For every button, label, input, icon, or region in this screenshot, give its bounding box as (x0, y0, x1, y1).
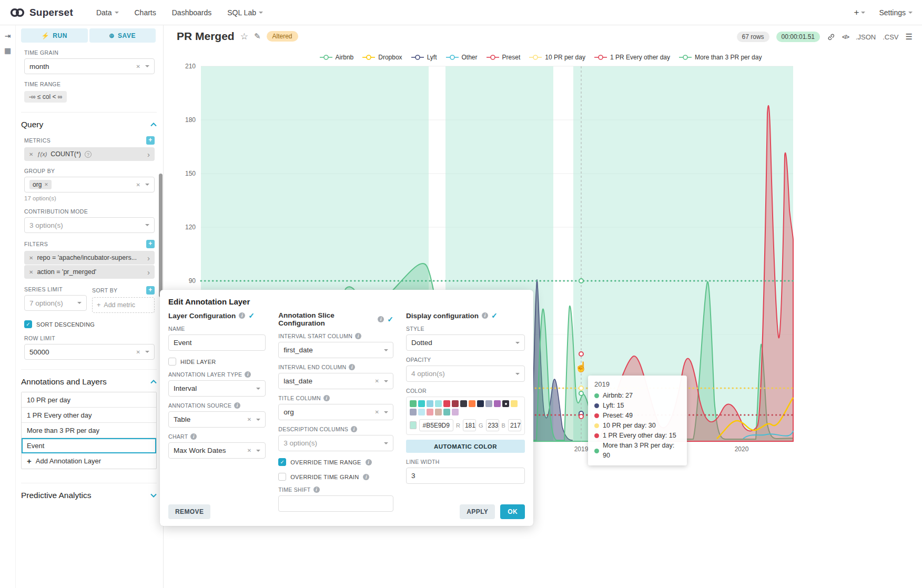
favorite-star-icon[interactable]: ☆ (240, 31, 248, 42)
info-icon[interactable]: i (234, 402, 240, 409)
color-swatch[interactable] (435, 409, 442, 415)
info-icon[interactable]: i (363, 474, 369, 480)
clear-icon[interactable]: ✕ (136, 64, 140, 69)
remove-icon[interactable]: ✕ (29, 269, 33, 275)
panel-scrollbar[interactable] (159, 174, 163, 297)
filter-pill[interactable]: ✕ action = 'pr_merged' › (24, 265, 155, 279)
metric-pill[interactable]: ✕ ƒ(x) COUNT(*) ? › (24, 147, 155, 161)
add-metric-button[interactable]: + (146, 136, 155, 145)
row-limit-select[interactable]: 50000 ✕ (24, 344, 155, 360)
predictive-section-header[interactable]: Predictive Analytics (21, 483, 157, 500)
automatic-color-button[interactable]: AUTOMATIC COLOR (406, 440, 525, 453)
group-by-select[interactable]: org ✕ ✕ (24, 177, 155, 192)
annotation-layer-type-select[interactable]: Interval (168, 380, 266, 397)
clear-icon[interactable]: ✕ (136, 182, 140, 188)
info-icon[interactable]: i (482, 312, 488, 319)
color-swatch[interactable] (460, 400, 467, 407)
dataset-grid-icon[interactable]: ▦ (0, 46, 15, 55)
series-limit-select[interactable]: 7 option(s) (24, 295, 87, 311)
ok-button[interactable]: OK (500, 504, 525, 519)
info-icon[interactable]: i (355, 333, 361, 339)
legend-item[interactable]: Preset (486, 54, 521, 61)
clear-icon[interactable]: ✕ (375, 409, 379, 415)
time-grain-select[interactable]: month ✕ (24, 58, 155, 74)
clear-icon[interactable]: ✕ (247, 417, 251, 422)
nav-item-sql-lab[interactable]: SQL Lab (227, 8, 263, 17)
legend-item[interactable]: 1 PR Every other day (594, 54, 670, 61)
edit-properties-icon[interactable]: ✎ (254, 32, 261, 41)
checkbox-unchecked-icon[interactable] (278, 473, 286, 481)
remove-icon[interactable]: ✕ (29, 255, 33, 261)
query-section-header[interactable]: Query (21, 112, 157, 129)
annotation-source-select[interactable]: Table ✕ (168, 411, 266, 428)
clear-icon[interactable]: ✕ (136, 349, 140, 355)
chart-menu-icon[interactable]: ☰ (906, 32, 913, 42)
sort-by-add-metric[interactable]: + Add metric (92, 297, 155, 313)
checkbox-checked-icon[interactable]: ✓ (24, 320, 32, 328)
info-icon[interactable]: i (366, 459, 372, 465)
color-swatch[interactable] (418, 409, 425, 415)
legend-item[interactable]: Lyft (411, 54, 437, 61)
annotations-section-header[interactable]: Annotations and Layers (21, 369, 157, 387)
line-width-input[interactable]: 3 (406, 468, 525, 484)
override-time-range-row[interactable]: ✓ OVERRIDE TIME RANGE i (278, 458, 393, 466)
apply-button[interactable]: APPLY (460, 504, 495, 519)
legend-item[interactable]: Dropbox (362, 54, 402, 61)
annotation-layer-item[interactable]: 1 PR Every other day (22, 408, 156, 423)
color-swatch[interactable] (477, 400, 484, 407)
b-input[interactable]: 217 (508, 419, 521, 431)
color-swatch[interactable] (443, 409, 450, 415)
color-swatch[interactable] (443, 400, 450, 407)
view-query-icon[interactable]: </> (842, 34, 849, 40)
color-swatch[interactable] (427, 400, 433, 407)
checkbox-checked-icon[interactable]: ✓ (278, 458, 286, 466)
color-swatch[interactable] (485, 400, 492, 407)
color-swatch[interactable] (452, 409, 459, 415)
hex-input[interactable]: #B5E9D9 (419, 419, 453, 431)
color-swatch[interactable] (410, 400, 417, 407)
title-column-select[interactable]: org ✕ (278, 404, 393, 420)
override-time-grain-row[interactable]: OVERRIDE TIME GRAIN i (278, 473, 393, 481)
color-swatch[interactable] (435, 400, 442, 407)
help-icon[interactable]: ? (85, 151, 92, 158)
export-json-button[interactable]: .JSON (856, 33, 876, 41)
info-icon[interactable]: i (239, 312, 245, 319)
color-swatch[interactable] (511, 400, 518, 407)
info-icon[interactable]: i (323, 395, 330, 401)
expand-panel-icon[interactable]: ⇥ (0, 32, 15, 40)
info-icon[interactable]: i (313, 486, 320, 493)
color-swatch[interactable] (410, 409, 417, 415)
g-input[interactable]: 233 (486, 419, 499, 431)
sort-descending-row[interactable]: ✓ SORT DESCENDING (24, 320, 155, 328)
legend-item[interactable]: Airbnb (319, 54, 354, 61)
add-sort-metric-button[interactable]: + (146, 286, 155, 295)
info-icon[interactable]: i (190, 433, 197, 440)
info-icon[interactable]: i (378, 316, 384, 322)
nav-item-charts[interactable]: Charts (135, 8, 156, 17)
chart-select[interactable]: Max Work Dates ✕ (168, 442, 266, 459)
contribution-mode-select[interactable]: 3 option(s) (24, 217, 155, 233)
nav-item-dashboards[interactable]: Dashboards (172, 8, 212, 17)
nav-item-data[interactable]: Data (96, 8, 119, 17)
checkbox-unchecked-icon[interactable] (168, 358, 176, 366)
color-swatch[interactable] (469, 400, 475, 407)
info-icon[interactable]: i (349, 364, 355, 370)
time-range-pill[interactable]: -∞ ≤ col < ∞ (24, 91, 67, 103)
add-annotation-layer-button[interactable]: + Add Annotation Layer (22, 453, 156, 469)
remove-icon[interactable]: ✕ (29, 151, 33, 157)
annotation-layer-item[interactable]: More than 3 PR per day (22, 423, 156, 438)
altered-badge[interactable]: Altered (267, 31, 298, 42)
color-swatch[interactable] (494, 400, 501, 407)
interval-start-select[interactable]: first_date (278, 342, 393, 358)
remove-button[interactable]: REMOVE (168, 504, 210, 519)
legend-item[interactable]: Other (445, 54, 478, 61)
group-by-tag[interactable]: org ✕ (29, 180, 52, 189)
color-swatch[interactable] (452, 400, 459, 407)
add-filter-button[interactable]: + (146, 240, 155, 248)
clear-icon[interactable]: ✕ (375, 378, 379, 384)
filter-pill[interactable]: ✕ repo = 'apache/incubator-supers... › (24, 251, 155, 265)
run-button[interactable]: ⚡RUN (21, 28, 88, 43)
save-button[interactable]: ⊕SAVE (89, 28, 156, 43)
color-swatch[interactable] (502, 400, 509, 407)
opacity-select[interactable]: 4 option(s) (406, 366, 525, 382)
